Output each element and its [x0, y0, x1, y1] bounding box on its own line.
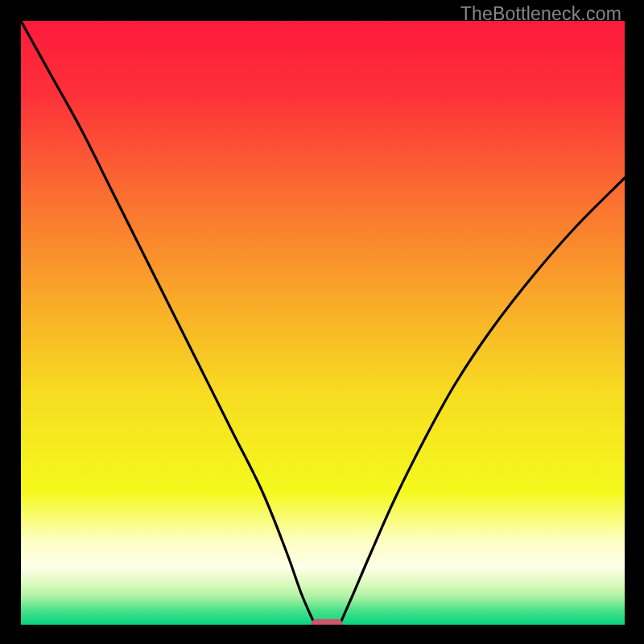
bottleneck-marker: [311, 619, 343, 625]
bottleneck-curve: [21, 21, 625, 625]
plot-area: [21, 21, 625, 625]
watermark-text: TheBottleneck.com: [460, 3, 621, 25]
